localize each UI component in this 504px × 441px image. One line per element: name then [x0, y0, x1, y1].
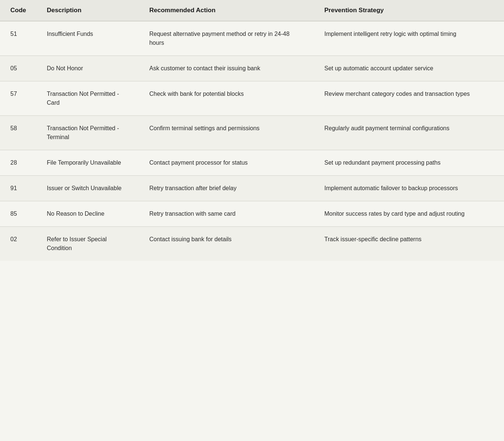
cell-code: 57	[0, 81, 37, 116]
cell-description: Refer to Issuer Special Condition	[37, 227, 139, 261]
table-wrapper: Code Description Recommended Action Prev…	[0, 0, 504, 261]
table-row: 57Transaction Not Permitted - CardCheck …	[0, 81, 504, 116]
cell-description: File Temporarily Unavailable	[37, 150, 139, 176]
cell-code: 91	[0, 176, 37, 201]
cell-action: Request alternative payment method or re…	[139, 21, 314, 56]
cell-action: Contact issuing bank for details	[139, 227, 314, 261]
cell-action: Ask customer to contact their issuing ba…	[139, 56, 314, 81]
cell-prevention: Review merchant category codes and trans…	[314, 81, 504, 116]
cell-code: 28	[0, 150, 37, 176]
header-code: Code	[0, 0, 37, 21]
cell-action: Contact payment processor for status	[139, 150, 314, 176]
cell-description: No Reason to Decline	[37, 201, 139, 227]
table-row: 58Transaction Not Permitted - TerminalCo…	[0, 116, 504, 150]
table-row: 05Do Not HonorAsk customer to contact th…	[0, 56, 504, 81]
cell-code: 02	[0, 227, 37, 261]
cell-prevention: Implement automatic failover to backup p…	[314, 176, 504, 201]
header-action: Recommended Action	[139, 0, 314, 21]
cell-prevention: Monitor success rates by card type and a…	[314, 201, 504, 227]
cell-action: Retry transaction with same card	[139, 201, 314, 227]
cell-description: Issuer or Switch Unavailable	[37, 176, 139, 201]
header-description: Description	[37, 0, 139, 21]
cell-code: 51	[0, 21, 37, 56]
table-row: 02Refer to Issuer Special ConditionConta…	[0, 227, 504, 261]
cell-action: Confirm terminal settings and permission…	[139, 116, 314, 150]
cell-prevention: Track issuer-specific decline patterns	[314, 227, 504, 261]
table-row: 28File Temporarily UnavailableContact pa…	[0, 150, 504, 176]
decline-codes-table: Code Description Recommended Action Prev…	[0, 0, 504, 261]
cell-description: Transaction Not Permitted - Terminal	[37, 116, 139, 150]
table-row: 85No Reason to DeclineRetry transaction …	[0, 201, 504, 227]
cell-prevention: Regularly audit payment terminal configu…	[314, 116, 504, 150]
cell-description: Insufficient Funds	[37, 21, 139, 56]
table-row: 91Issuer or Switch UnavailableRetry tran…	[0, 176, 504, 201]
table-header-row: Code Description Recommended Action Prev…	[0, 0, 504, 21]
cell-action: Retry transaction after brief delay	[139, 176, 314, 201]
cell-description: Transaction Not Permitted - Card	[37, 81, 139, 116]
cell-prevention: Implement intelligent retry logic with o…	[314, 21, 504, 56]
cell-prevention: Set up automatic account updater service	[314, 56, 504, 81]
cell-code: 85	[0, 201, 37, 227]
table-row: 51Insufficient FundsRequest alternative …	[0, 21, 504, 56]
header-prevention: Prevention Strategy	[314, 0, 504, 21]
cell-prevention: Set up redundant payment processing path…	[314, 150, 504, 176]
cell-description: Do Not Honor	[37, 56, 139, 81]
cell-action: Check with bank for potential blocks	[139, 81, 314, 116]
cell-code: 05	[0, 56, 37, 81]
cell-code: 58	[0, 116, 37, 150]
